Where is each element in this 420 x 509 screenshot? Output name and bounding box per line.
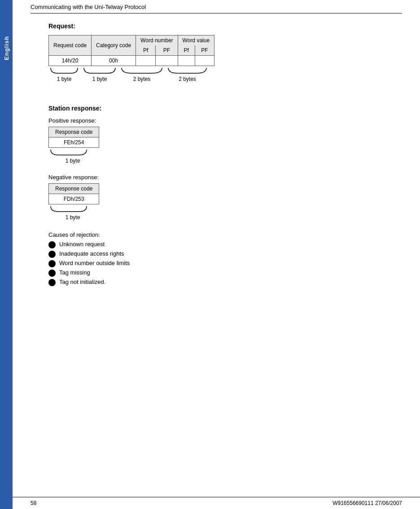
- col-word-number: Word number: [136, 35, 178, 46]
- brace-positive: 1 byte: [48, 149, 89, 164]
- brace-positive-svg: [48, 149, 89, 157]
- causes-title: Causes of rejection:: [48, 231, 402, 238]
- causes-item-text: Inadequate access rights: [59, 250, 124, 257]
- bullet-icon: [48, 270, 56, 277]
- brace-category-code-svg: [82, 67, 118, 75]
- bullet-icon: [48, 260, 56, 267]
- footer-doc-id: W916556690111 27/06/2007: [332, 500, 402, 506]
- negative-response-table: Response code FDh/253: [48, 183, 99, 204]
- negative-response-header: Response code: [49, 184, 99, 194]
- bullet-icon: [48, 251, 56, 258]
- col-wn-pf: Pf: [136, 45, 156, 56]
- cell-category-code: 00h: [92, 56, 136, 66]
- negative-response-value: FDh/253: [49, 194, 99, 204]
- brace-word-number: 2 bytes: [119, 67, 164, 82]
- brace-word-value-label: 2 bytes: [179, 76, 196, 82]
- brace-word-number-label: 2 bytes: [133, 76, 151, 82]
- col-wv-pf: Pf: [178, 45, 195, 56]
- brace-word-number-svg: [119, 67, 164, 75]
- col-word-value: Word value: [178, 35, 214, 46]
- footer-page-number: 58: [31, 500, 36, 506]
- brace-request-code-svg: [48, 67, 80, 75]
- cell-wn-PF: [156, 56, 178, 66]
- page-footer: 58 W916556690111 27/06/2007: [13, 497, 420, 509]
- causes-list-item: Unknown request: [48, 241, 402, 248]
- brace-category-code: 1 byte: [82, 67, 118, 82]
- brace-negative: 1 byte: [48, 205, 89, 221]
- positive-response-table: Response code FEh/254: [48, 127, 99, 148]
- causes-item-text: Tag missing: [59, 269, 90, 276]
- causes-item-text: Word number outside limits: [59, 260, 130, 266]
- bullet-icon: [48, 279, 56, 286]
- cell-wv-PF: [195, 56, 214, 66]
- negative-response-label: Negative response:: [48, 174, 402, 181]
- request-table: Request code Category code Word number W…: [48, 35, 214, 66]
- causes-list-item: Tag missing: [48, 269, 402, 277]
- brace-negative-label: 1 byte: [66, 214, 80, 221]
- bullet-icon: [48, 241, 56, 248]
- station-response-title: Station response:: [48, 105, 402, 112]
- brace-word-value-svg: [166, 67, 209, 75]
- positive-response-header: Response code: [49, 127, 99, 137]
- col-wv-PF: PF: [195, 45, 214, 56]
- language-tab: English: [0, 0, 13, 509]
- cell-wn-pf: [136, 56, 156, 66]
- brace-positive-label: 1 byte: [66, 158, 80, 164]
- brace-word-value: 2 bytes: [166, 67, 209, 82]
- causes-item-text: Unknown request: [59, 241, 105, 248]
- positive-response-value: FEh/254: [49, 137, 99, 148]
- causes-list-item: Inadequate access rights: [48, 250, 402, 258]
- brace-negative-svg: [48, 205, 89, 213]
- col-request-code: Request code: [49, 35, 92, 56]
- brace-request-code-label: 1 byte: [57, 76, 72, 82]
- cell-wv-pf: [178, 56, 195, 66]
- page-header: Communicating with the Uni-Telway Protoc…: [31, 0, 402, 13]
- col-category-code: Category code: [92, 35, 136, 56]
- brace-category-code-label: 1 byte: [92, 76, 107, 82]
- brace-request-code: 1 byte: [48, 67, 80, 82]
- positive-response-label: Positive response:: [48, 117, 402, 124]
- cell-request-code: 14h/20: [49, 56, 92, 66]
- language-tab-label: English: [3, 36, 10, 60]
- request-title: Request:: [48, 22, 402, 30]
- col-wn-PF: PF: [156, 45, 178, 56]
- causes-item-text: Tag not initialized.: [59, 279, 105, 285]
- causes-list-item: Word number outside limits: [48, 260, 402, 267]
- causes-list: Unknown requestInadequate access rightsW…: [48, 241, 402, 286]
- causes-list-item: Tag not initialized.: [48, 279, 402, 286]
- page-header-title: Communicating with the Uni-Telway Protoc…: [31, 4, 146, 10]
